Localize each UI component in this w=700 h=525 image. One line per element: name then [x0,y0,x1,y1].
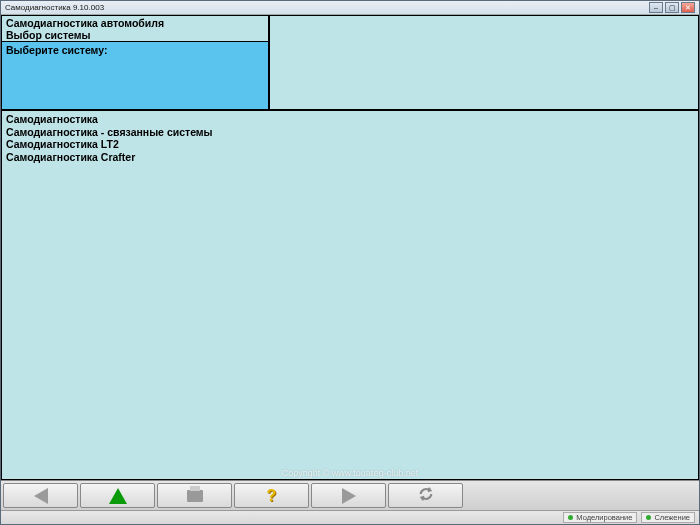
minimize-button[interactable]: – [649,2,663,13]
printer-icon [187,490,203,502]
header-line1: Самодиагностика автомобиля [6,17,264,29]
toolbar: ? [1,480,699,510]
maximize-button[interactable]: ▢ [665,2,679,13]
window-title: Самодиагностика 9.10.003 [5,3,649,12]
upper-panels: Самодиагностика автомобиля Выбор системы… [1,15,699,110]
list-item[interactable]: Самодиагностика [6,113,694,126]
list-item[interactable]: Самодиагностика Crafter [6,151,694,164]
list-item[interactable]: Самодиагностика - связанные системы [6,126,694,139]
titlebar: Самодиагностика 9.10.003 – ▢ ✕ [1,1,699,15]
forward-button[interactable] [311,483,386,508]
status-text-2: Слежение [654,513,690,522]
prompt-text: Выберите систему: [6,44,107,56]
status-dot-icon [568,515,573,520]
back-button[interactable] [3,483,78,508]
status-segment-2: Слежение [641,512,695,523]
system-list: Самодиагностика Самодиагностика - связан… [2,111,698,165]
window-buttons: – ▢ ✕ [649,2,695,13]
header-line2: Выбор системы [6,29,264,41]
status-dot-icon [646,515,651,520]
info-panel [269,15,699,110]
close-button[interactable]: ✕ [681,2,695,13]
refresh-icon [417,486,435,506]
statusbar: Моделирование Слежение [1,510,699,524]
arrow-right-icon [342,488,356,504]
up-button[interactable] [80,483,155,508]
info-box [269,15,699,110]
status-segment-1: Моделирование [563,512,637,523]
prompt-box: Выберите систему: [1,41,269,110]
list-item[interactable]: Самодиагностика LT2 [6,138,694,151]
app-window: Самодиагностика 9.10.003 – ▢ ✕ Самодиагн… [0,0,700,525]
system-list-panel: Самодиагностика Самодиагностика - связан… [1,110,699,480]
arrow-left-icon [34,488,48,504]
arrow-up-icon [109,488,127,504]
refresh-button[interactable] [388,483,463,508]
header-panel: Самодиагностика автомобиля Выбор системы… [1,15,269,110]
header-box: Самодиагностика автомобиля Выбор системы [1,15,269,41]
client-area: Самодиагностика автомобиля Выбор системы… [1,15,699,480]
print-button[interactable] [157,483,232,508]
status-text-1: Моделирование [576,513,632,522]
help-button[interactable]: ? [234,483,309,508]
question-icon: ? [267,487,277,505]
